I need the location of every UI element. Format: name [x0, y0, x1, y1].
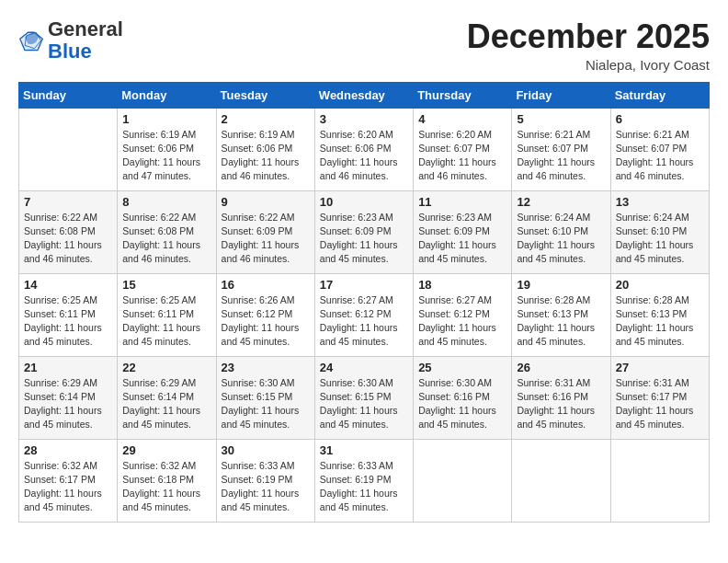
day-info: Sunrise: 6:25 AM Sunset: 6:11 PM Dayligh…	[24, 293, 112, 350]
day-info: Sunrise: 6:20 AM Sunset: 6:06 PM Dayligh…	[320, 128, 408, 184]
calendar-cell: 27Sunrise: 6:31 AM Sunset: 6:17 PM Dayli…	[610, 356, 709, 439]
weekday-header-saturday: Saturday	[610, 82, 709, 108]
day-info: Sunrise: 6:28 AM Sunset: 6:13 PM Dayligh…	[517, 293, 605, 350]
day-info: Sunrise: 6:29 AM Sunset: 6:14 PM Dayligh…	[122, 376, 210, 432]
calendar-cell: 7Sunrise: 6:22 AM Sunset: 6:08 PM Daylig…	[19, 190, 118, 273]
day-number: 14	[24, 278, 112, 292]
day-number: 8	[122, 195, 210, 209]
day-info: Sunrise: 6:27 AM Sunset: 6:12 PM Dayligh…	[418, 293, 506, 350]
title-block: December 2025 Nialepa, Ivory Coast	[467, 18, 710, 73]
calendar-cell	[19, 108, 118, 190]
day-number: 19	[517, 278, 605, 292]
calendar-cell: 19Sunrise: 6:28 AM Sunset: 6:13 PM Dayli…	[512, 273, 610, 356]
day-info: Sunrise: 6:21 AM Sunset: 6:07 PM Dayligh…	[616, 128, 704, 184]
day-number: 2	[222, 112, 310, 126]
logo: General Blue	[18, 18, 123, 63]
day-info: Sunrise: 6:33 AM Sunset: 6:19 PM Dayligh…	[222, 459, 310, 515]
calendar-week-row: 7Sunrise: 6:22 AM Sunset: 6:08 PM Daylig…	[19, 190, 710, 273]
day-info: Sunrise: 6:30 AM Sunset: 6:15 PM Dayligh…	[320, 376, 408, 432]
day-info: Sunrise: 6:29 AM Sunset: 6:14 PM Dayligh…	[24, 376, 112, 432]
weekday-header-tuesday: Tuesday	[216, 82, 314, 108]
calendar-cell: 2Sunrise: 6:19 AM Sunset: 6:06 PM Daylig…	[216, 108, 314, 190]
day-info: Sunrise: 6:19 AM Sunset: 6:06 PM Dayligh…	[122, 128, 210, 184]
day-number: 15	[122, 278, 210, 292]
day-info: Sunrise: 6:28 AM Sunset: 6:13 PM Dayligh…	[616, 293, 704, 350]
day-number: 31	[320, 443, 408, 457]
day-number: 4	[418, 112, 506, 126]
day-number: 27	[616, 361, 704, 374]
day-info: Sunrise: 6:21 AM Sunset: 6:07 PM Dayligh…	[517, 128, 605, 184]
day-number: 20	[616, 278, 704, 292]
day-number: 18	[418, 278, 506, 292]
calendar-cell: 20Sunrise: 6:28 AM Sunset: 6:13 PM Dayli…	[610, 273, 709, 356]
calendar-cell: 29Sunrise: 6:32 AM Sunset: 6:18 PM Dayli…	[118, 439, 216, 522]
day-info: Sunrise: 6:23 AM Sunset: 6:09 PM Dayligh…	[320, 211, 408, 267]
day-info: Sunrise: 6:22 AM Sunset: 6:08 PM Dayligh…	[24, 211, 112, 267]
calendar-cell: 1Sunrise: 6:19 AM Sunset: 6:06 PM Daylig…	[118, 108, 216, 190]
day-number: 10	[320, 195, 408, 209]
day-number: 29	[122, 443, 210, 457]
day-number: 13	[616, 195, 704, 209]
page-header: General Blue December 2025 Nialepa, Ivor…	[18, 18, 710, 73]
calendar-cell: 26Sunrise: 6:31 AM Sunset: 6:16 PM Dayli…	[512, 356, 610, 439]
calendar-cell: 24Sunrise: 6:30 AM Sunset: 6:15 PM Dayli…	[314, 356, 413, 439]
day-number: 30	[222, 443, 310, 457]
logo-general-text: General	[48, 17, 123, 40]
day-number: 16	[222, 278, 310, 292]
day-number: 6	[616, 112, 704, 126]
day-info: Sunrise: 6:24 AM Sunset: 6:10 PM Dayligh…	[616, 211, 704, 267]
calendar-cell: 10Sunrise: 6:23 AM Sunset: 6:09 PM Dayli…	[314, 190, 413, 273]
calendar-cell: 3Sunrise: 6:20 AM Sunset: 6:06 PM Daylig…	[314, 108, 413, 190]
day-info: Sunrise: 6:32 AM Sunset: 6:17 PM Dayligh…	[24, 459, 112, 515]
calendar-cell: 14Sunrise: 6:25 AM Sunset: 6:11 PM Dayli…	[19, 273, 118, 356]
calendar-cell: 22Sunrise: 6:29 AM Sunset: 6:14 PM Dayli…	[118, 356, 216, 439]
calendar-table: SundayMondayTuesdayWednesdayThursdayFrid…	[18, 82, 710, 523]
day-number: 12	[517, 195, 605, 209]
calendar-cell: 16Sunrise: 6:26 AM Sunset: 6:12 PM Dayli…	[216, 273, 314, 356]
day-info: Sunrise: 6:32 AM Sunset: 6:18 PM Dayligh…	[122, 459, 210, 515]
day-number: 9	[222, 195, 310, 209]
calendar-cell: 12Sunrise: 6:24 AM Sunset: 6:10 PM Dayli…	[512, 190, 610, 273]
calendar-cell: 9Sunrise: 6:22 AM Sunset: 6:09 PM Daylig…	[216, 190, 314, 273]
day-info: Sunrise: 6:27 AM Sunset: 6:12 PM Dayligh…	[320, 293, 408, 350]
day-info: Sunrise: 6:31 AM Sunset: 6:16 PM Dayligh…	[517, 376, 605, 432]
day-info: Sunrise: 6:23 AM Sunset: 6:09 PM Dayligh…	[418, 211, 506, 267]
day-number: 1	[122, 112, 210, 126]
logo-blue-text: Blue	[48, 40, 92, 63]
day-number: 5	[517, 112, 605, 126]
weekday-header-row: SundayMondayTuesdayWednesdayThursdayFrid…	[19, 82, 710, 108]
weekday-header-sunday: Sunday	[19, 82, 118, 108]
calendar-cell	[414, 439, 512, 522]
month-title: December 2025	[467, 18, 710, 55]
day-info: Sunrise: 6:31 AM Sunset: 6:17 PM Dayligh…	[616, 376, 704, 432]
calendar-cell: 4Sunrise: 6:20 AM Sunset: 6:07 PM Daylig…	[414, 108, 512, 190]
day-number: 17	[320, 278, 408, 292]
calendar-cell: 30Sunrise: 6:33 AM Sunset: 6:19 PM Dayli…	[216, 439, 314, 522]
calendar-cell	[512, 439, 610, 522]
day-info: Sunrise: 6:20 AM Sunset: 6:07 PM Dayligh…	[418, 128, 506, 184]
day-info: Sunrise: 6:26 AM Sunset: 6:12 PM Dayligh…	[222, 293, 310, 350]
weekday-header-wednesday: Wednesday	[314, 82, 413, 108]
day-number: 23	[222, 361, 310, 374]
calendar-cell: 28Sunrise: 6:32 AM Sunset: 6:17 PM Dayli…	[19, 439, 118, 522]
day-number: 7	[24, 195, 112, 209]
day-info: Sunrise: 6:19 AM Sunset: 6:06 PM Dayligh…	[222, 128, 310, 184]
weekday-header-friday: Friday	[512, 82, 610, 108]
day-info: Sunrise: 6:22 AM Sunset: 6:09 PM Dayligh…	[222, 211, 310, 267]
calendar-cell: 17Sunrise: 6:27 AM Sunset: 6:12 PM Dayli…	[314, 273, 413, 356]
day-number: 21	[24, 361, 112, 374]
day-info: Sunrise: 6:22 AM Sunset: 6:08 PM Dayligh…	[122, 211, 210, 267]
day-number: 22	[122, 361, 210, 374]
day-number: 26	[517, 361, 605, 374]
day-info: Sunrise: 6:33 AM Sunset: 6:19 PM Dayligh…	[320, 459, 408, 515]
day-info: Sunrise: 6:25 AM Sunset: 6:11 PM Dayligh…	[122, 293, 210, 350]
calendar-week-row: 28Sunrise: 6:32 AM Sunset: 6:17 PM Dayli…	[19, 439, 710, 522]
day-info: Sunrise: 6:24 AM Sunset: 6:10 PM Dayligh…	[517, 211, 605, 267]
calendar-cell: 8Sunrise: 6:22 AM Sunset: 6:08 PM Daylig…	[118, 190, 216, 273]
calendar-cell: 5Sunrise: 6:21 AM Sunset: 6:07 PM Daylig…	[512, 108, 610, 190]
location: Nialepa, Ivory Coast	[467, 57, 710, 73]
weekday-header-monday: Monday	[118, 82, 216, 108]
calendar-cell: 31Sunrise: 6:33 AM Sunset: 6:19 PM Dayli…	[314, 439, 413, 522]
calendar-week-row: 21Sunrise: 6:29 AM Sunset: 6:14 PM Dayli…	[19, 356, 710, 439]
calendar-week-row: 1Sunrise: 6:19 AM Sunset: 6:06 PM Daylig…	[19, 108, 710, 190]
